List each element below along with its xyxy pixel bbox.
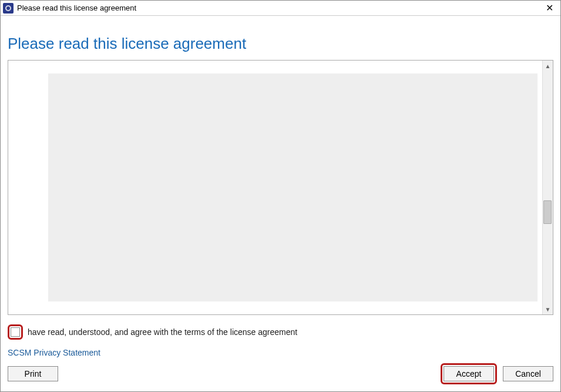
- dialog-content: Please read this license agreement ▲ ▼ h…: [1, 16, 560, 391]
- agree-row: have read, understood, and agree with th…: [8, 324, 553, 340]
- cancel-button[interactable]: Cancel: [503, 366, 553, 381]
- license-dialog: Please read this license agreement ✕ Ple…: [0, 0, 561, 392]
- titlebar: Please read this license agreement ✕: [1, 1, 560, 16]
- svg-point-1: [6, 6, 10, 10]
- button-row: Print Accept Cancel: [8, 363, 553, 384]
- license-text-box: ▲ ▼: [8, 60, 553, 315]
- accept-highlight: Accept: [441, 363, 497, 384]
- scroll-up-icon[interactable]: ▲: [543, 61, 553, 71]
- checkbox-highlight: [8, 324, 23, 340]
- accept-button[interactable]: Accept: [444, 366, 494, 381]
- close-icon[interactable]: ✕: [540, 1, 558, 15]
- scroll-down-icon[interactable]: ▼: [543, 304, 553, 314]
- privacy-link[interactable]: SCSM Privacy Statement: [8, 348, 553, 357]
- print-button[interactable]: Print: [8, 366, 58, 381]
- scroll-thumb[interactable]: [543, 200, 552, 224]
- page-heading: Please read this license agreement: [8, 35, 553, 53]
- agree-label: have read, understood, and agree with th…: [28, 327, 297, 337]
- scrollbar[interactable]: ▲ ▼: [542, 61, 553, 314]
- app-icon: [3, 3, 14, 14]
- agree-checkbox[interactable]: [11, 327, 20, 337]
- window-title: Please read this license agreement: [17, 4, 540, 12]
- license-text-area[interactable]: [48, 73, 538, 301]
